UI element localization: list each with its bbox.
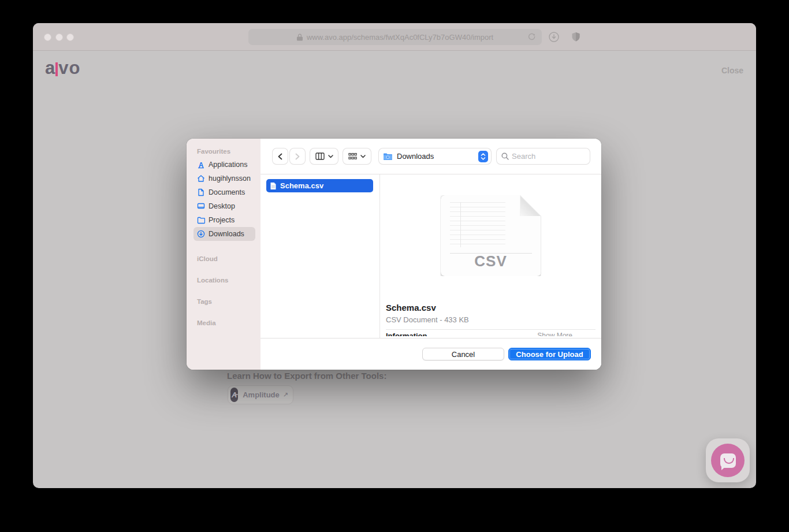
learn-heading: Learn How to Export from Other Tools: [227,371,386,381]
show-more-button[interactable]: Show More [537,332,572,336]
location-select[interactable]: Downloads [379,148,491,164]
avo-logo-a: a [45,58,55,79]
file-name: Schema.csv [280,181,323,190]
csv-badge-label: CSV [441,252,541,270]
folder-icon [197,216,205,224]
file-icon [270,182,277,190]
sidebar-item-label: Applications [209,161,247,169]
svg-text:A: A [199,161,204,169]
chevron-right-icon [294,152,301,161]
traffic-light-minimize-icon[interactable] [55,34,63,41]
group-by-button[interactable] [343,148,371,164]
view-mode-button[interactable] [310,148,338,164]
sidebar-header-locations: Locations [197,277,260,284]
applications-icon: A [197,161,205,169]
document-icon [197,188,205,196]
sidebar-header-tags: Tags [197,298,260,305]
intercom-launcher[interactable] [706,438,750,482]
url-text: www.avo.app/schemas/fwtXqAc0fCLy7b7oGW40… [307,33,493,42]
column-view-icon [315,152,325,160]
file-open-dialog: Favourites A Applications hugihlynsson D… [187,139,601,370]
sidebar-item-home[interactable]: hugihlynsson [193,172,255,185]
preview-file-meta: CSV Document - 433 KB [386,315,596,324]
sidebar-item-desktop[interactable]: Desktop [193,199,255,213]
location-select-value: Downloads [397,152,474,161]
back-button[interactable] [273,148,288,164]
choose-for-upload-button[interactable]: Choose for Upload [508,348,591,360]
lock-icon [297,34,303,41]
external-link-icon: ↗ [283,391,288,399]
information-label: Information [386,332,427,336]
reload-icon[interactable] [527,32,536,43]
address-bar[interactable]: www.avo.app/schemas/fwtXqAc0fCLy7b7oGW40… [248,29,542,45]
csv-file-preview-icon: CSV [441,195,541,276]
dialog-footer: Cancel Choose for Upload [260,338,601,370]
file-list-column: Schema.csv [260,174,380,338]
amplitude-icon-letter: A [232,390,237,399]
preview-file-name: Schema.csv [386,303,596,312]
csv-preview-lines [450,202,505,247]
sidebar-item-label: Projects [209,216,235,224]
csv-preview-column-line [460,202,461,247]
sidebar-header-media: Media [197,319,260,326]
traffic-light-close-icon[interactable] [44,34,51,41]
downloads-shelf-icon[interactable] [547,30,561,44]
search-input[interactable] [512,152,585,161]
preview-divider [386,329,596,330]
traffic-light-zoom-icon[interactable] [66,34,74,41]
sidebar-item-label: Downloads [209,230,244,238]
search-field[interactable] [497,148,590,164]
home-icon [197,174,205,183]
file-row-selected[interactable]: Schema.csv [266,179,373,192]
cancel-button[interactable]: Cancel [422,348,504,360]
avo-logo[interactable]: a vo [45,58,80,79]
preview-pane: CSV Schema.csv CSV Document - 433 KB Inf… [380,174,601,338]
sidebar-item-documents[interactable]: Documents [193,185,255,199]
chevron-down-icon [328,155,333,158]
page-fold-icon [520,195,541,216]
group-icon [348,152,357,160]
chevron-down-icon [360,155,366,158]
amplitude-label: Amplitude [243,390,280,399]
forward-button[interactable] [290,148,305,164]
sidebar-item-label: hugihlynsson [209,174,251,183]
preview-info-row: Information Show More [386,332,596,336]
sidebar-item-label: Desktop [209,202,235,210]
select-stepper-icon [478,151,488,162]
intercom-bubble-icon [711,444,745,477]
dialog-content: Schema.csv CSV Schema.csv CSV Document -… [260,174,601,338]
dialog-sidebar: Favourites A Applications hugihlynsson D… [187,139,260,370]
sidebar-item-downloads[interactable]: Downloads [193,227,255,241]
close-button[interactable]: Close [721,66,743,75]
sidebar-item-label: Documents [209,188,245,196]
dialog-toolbar: Downloads [260,139,601,174]
avo-logo-vo: vo [58,58,80,79]
avo-logo-pink-bar [55,62,58,76]
sidebar-header-favourites: Favourites [197,148,260,155]
sidebar-item-applications[interactable]: A Applications [193,158,255,172]
desktop-icon [197,202,205,210]
download-circle-icon [197,230,205,238]
amplitude-link-button[interactable]: A Amplitude ↗ [228,385,293,404]
chevron-left-icon [277,152,284,161]
chat-smile-icon [720,453,736,468]
shield-icon[interactable] [569,30,583,44]
amplitude-logo-icon: A [230,388,238,402]
sidebar-item-projects[interactable]: Projects [193,213,255,227]
browser-chrome: www.avo.app/schemas/fwtXqAc0fCLy7b7oGW40… [33,23,756,51]
search-icon [501,152,509,160]
blue-folder-icon [383,152,393,161]
sidebar-header-icloud: iCloud [197,255,260,262]
dialog-main: Downloads Schema.csv [260,139,601,370]
